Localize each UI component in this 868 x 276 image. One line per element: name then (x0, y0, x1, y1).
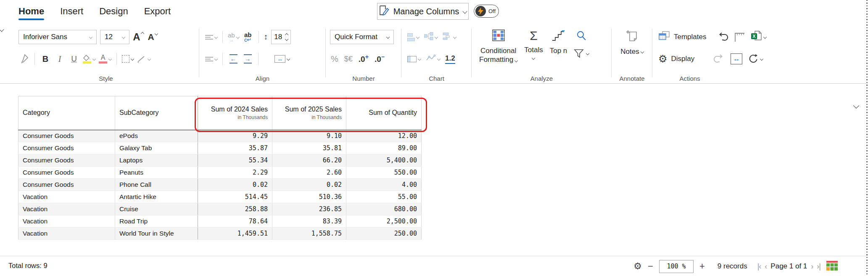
table-row[interactable]: Consumer GoodsLaptops55.3466.205,400.00 (18, 154, 422, 167)
number-cell[interactable]: 66.20 (272, 154, 346, 167)
tab-export[interactable]: Export (144, 6, 171, 20)
text-cell[interactable]: Galaxy Tab (115, 142, 198, 154)
merge-cells-button[interactable]: ↔ (274, 52, 290, 66)
ribbon-collapse-button[interactable] (853, 103, 859, 109)
totals-button[interactable]: Σ Totals (524, 25, 543, 75)
vertical-align-button[interactable] (205, 30, 217, 44)
conditional-formatting-button[interactable]: ConditionalFormatting (479, 25, 517, 75)
font-family-select[interactable]: Inforiver Sans (18, 30, 97, 44)
text-cell[interactable]: Vacation (18, 215, 115, 228)
wrap-text-button[interactable]: ab c↵ (243, 30, 253, 44)
column-header-quantity[interactable]: Sum of Quantity (346, 96, 422, 130)
format-painter-icon[interactable] (18, 52, 29, 66)
table-row[interactable]: VacationRoad Trip78.6483.392,500.00 (18, 215, 422, 228)
sparkline-button[interactable] (426, 52, 440, 66)
text-cell[interactable]: Consumer Goods (18, 142, 115, 154)
text-cell[interactable]: Consumer Goods (18, 167, 115, 179)
number-cell[interactable]: 514.45 (198, 191, 272, 203)
borders-button[interactable] (122, 52, 134, 66)
refresh-button[interactable] (748, 52, 763, 66)
number-cell[interactable]: 83.39 (272, 215, 346, 228)
table-view-button[interactable] (407, 52, 421, 66)
waterfall-chart-button[interactable] (443, 30, 456, 44)
zoom-level-input[interactable]: 100 % (659, 260, 694, 273)
text-cell[interactable]: World Tour in Style (115, 228, 198, 240)
filter-button[interactable] (574, 49, 589, 58)
number-cell[interactable]: 1,558.75 (272, 228, 346, 240)
highlight-color-button[interactable] (83, 52, 95, 66)
number-cell[interactable]: 4.00 (346, 179, 422, 191)
next-page-button[interactable]: › (811, 262, 813, 271)
notes-button[interactable]: Notes (612, 25, 652, 75)
chevron-down-icon[interactable] (285, 37, 288, 41)
previous-page-button[interactable]: ‹ (765, 262, 767, 271)
strikethrough-button[interactable] (137, 52, 150, 66)
horizontal-align-button[interactable] (205, 52, 217, 66)
increase-indent-button[interactable]: → (242, 52, 253, 66)
ruler-button[interactable] (734, 30, 745, 44)
table-row[interactable]: VacationWorld Tour in Style1,459.511,558… (18, 228, 422, 240)
inforiver-grid-icon[interactable] (826, 261, 838, 272)
decrease-indent-button[interactable]: ← (228, 52, 239, 66)
decrease-font-button[interactable]: A (147, 30, 158, 44)
decimal-places-button[interactable]: 1.2 (445, 54, 455, 64)
livescale-toggle[interactable]: Off (474, 5, 499, 18)
text-overflow-button[interactable]: ab → (228, 30, 239, 44)
undo-button[interactable] (717, 30, 728, 44)
bold-button[interactable]: B (40, 52, 51, 66)
resize-handle-strip[interactable] (866, 0, 868, 276)
number-cell[interactable]: 680.00 (346, 203, 422, 215)
number-cell[interactable]: 0.02 (272, 179, 346, 191)
quick-format-select[interactable]: Quick Format (330, 30, 394, 44)
number-cell[interactable]: 2.29 (198, 167, 272, 179)
table-row[interactable]: Consumer GoodsPeanuts2.292.60550.00 (18, 167, 422, 179)
number-cell[interactable]: 1,459.51 (198, 228, 272, 240)
search-icon[interactable] (576, 30, 587, 43)
number-cell[interactable]: 550.00 (346, 167, 422, 179)
column-header-2024-sales[interactable]: Sum of 2024 Salesin Thousands (198, 96, 272, 130)
text-cell[interactable]: Laptops (115, 154, 198, 167)
text-cell[interactable]: Consumer Goods (18, 154, 115, 167)
redo-button[interactable] (714, 52, 725, 66)
number-cell[interactable]: 9.10 (272, 130, 346, 142)
table-row[interactable]: Consumer GoodsPhone Call0.020.024.00 (18, 179, 422, 191)
zoom-in-button[interactable]: + (699, 262, 705, 271)
table-row[interactable]: VacationCruise258.88236.85680.00 (18, 203, 422, 215)
hierarchy-chart-button[interactable] (424, 30, 438, 44)
text-cell[interactable]: Vacation (18, 228, 115, 240)
text-cell[interactable]: ePods (115, 130, 198, 142)
text-cell[interactable]: Road Trip (115, 215, 198, 228)
number-cell[interactable]: 258.88 (198, 203, 272, 215)
number-cell[interactable]: 55.34 (198, 154, 272, 167)
manage-columns-button[interactable]: Manage Columns (377, 3, 469, 20)
column-header-subcategory[interactable]: SubCategory (115, 96, 198, 130)
row-height-stepper[interactable]: 18 (271, 30, 291, 44)
display-button[interactable]: ⚙ Display (658, 52, 694, 66)
column-header-2025-sales[interactable]: Sum of 2025 Salesin Thousands (272, 96, 346, 130)
last-page-button[interactable]: ›| (817, 262, 821, 271)
number-cell[interactable]: 89.00 (346, 142, 422, 154)
currency-format-button[interactable]: $€ (344, 55, 353, 64)
increase-decimal-button[interactable]: .0+ (359, 53, 369, 64)
table-row[interactable]: VacationAntartic Hike514.45510.3655.00 (18, 191, 422, 203)
top-n-button[interactable]: Top n (550, 25, 567, 75)
number-cell[interactable]: 35.81 (272, 142, 346, 154)
tab-insert[interactable]: Insert (60, 6, 83, 20)
number-cell[interactable]: 55.00 (346, 191, 422, 203)
number-cell[interactable]: 0.02 (198, 179, 272, 191)
chevron-up-icon[interactable] (285, 33, 288, 37)
tab-home[interactable]: Home (18, 6, 44, 20)
text-cell[interactable]: Consumer Goods (18, 130, 115, 142)
increase-font-button[interactable]: A (133, 30, 144, 44)
column-header-category[interactable]: Category (18, 96, 115, 130)
number-cell[interactable]: 2,500.00 (346, 215, 422, 228)
number-cell[interactable]: 250.00 (346, 228, 422, 240)
number-cell[interactable]: 9.29 (198, 130, 272, 142)
export-excel-button[interactable]: X (751, 30, 766, 44)
font-size-select[interactable]: 12 (100, 30, 129, 44)
bar-chart-button[interactable] (407, 30, 419, 44)
number-cell[interactable]: 35.87 (198, 142, 272, 154)
table-row[interactable]: Consumer GoodsePods9.299.1012.00 (18, 130, 422, 142)
text-cell[interactable]: Consumer Goods (18, 179, 115, 191)
underline-button[interactable]: U (69, 52, 79, 66)
